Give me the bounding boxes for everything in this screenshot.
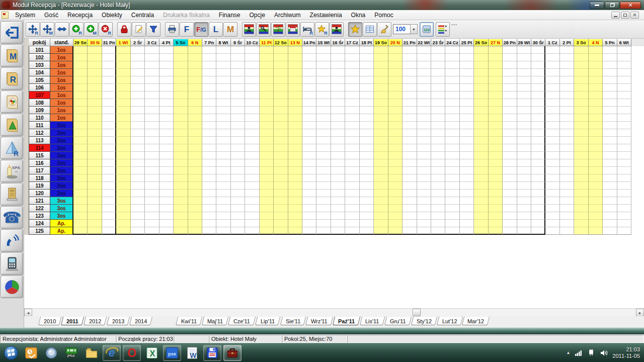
grid-cell[interactable] bbox=[288, 197, 302, 205]
grid-cell[interactable] bbox=[131, 212, 145, 220]
grid-cell[interactable] bbox=[102, 174, 116, 182]
grid-cell[interactable] bbox=[145, 190, 159, 197]
grid-cell[interactable] bbox=[302, 159, 316, 167]
grid-cell[interactable] bbox=[574, 197, 588, 205]
menu-zestawienia[interactable]: Zestawienia bbox=[305, 11, 347, 20]
grid-cell[interactable] bbox=[460, 84, 474, 92]
grid-cell[interactable] bbox=[574, 99, 588, 107]
grid-cell[interactable] bbox=[417, 182, 431, 190]
room-standard-cell[interactable]: 1os bbox=[50, 107, 73, 114]
grid-cell[interactable] bbox=[102, 144, 116, 152]
room-standard-cell[interactable]: 3os bbox=[50, 205, 73, 212]
grid-cell[interactable] bbox=[145, 99, 159, 107]
grid-cell[interactable] bbox=[603, 197, 617, 205]
grid-cell[interactable] bbox=[345, 54, 359, 61]
grid-cell[interactable] bbox=[88, 197, 102, 205]
grid-cell[interactable] bbox=[517, 152, 531, 159]
grid-cell[interactable] bbox=[403, 137, 417, 144]
grid-cell[interactable] bbox=[517, 144, 531, 152]
grid-cell[interactable] bbox=[145, 46, 159, 54]
grid-cell[interactable] bbox=[388, 205, 403, 212]
grid-cell[interactable] bbox=[231, 182, 245, 190]
grid-cell[interactable] bbox=[431, 137, 445, 144]
tab-month-gru-11[interactable]: Gru'11 bbox=[384, 317, 412, 325]
grid-cell[interactable] bbox=[460, 114, 474, 122]
grid-cell[interactable] bbox=[360, 92, 374, 99]
power-plug-icon[interactable] bbox=[587, 349, 595, 357]
grid-cell[interactable] bbox=[574, 190, 588, 197]
grid-cell[interactable] bbox=[202, 227, 216, 235]
grid-cell[interactable] bbox=[489, 159, 503, 167]
date-header[interactable]: 16 Śr bbox=[331, 39, 345, 46]
grid-cell[interactable] bbox=[231, 167, 245, 174]
grid-cell[interactable] bbox=[474, 197, 488, 205]
grid-cell[interactable] bbox=[360, 129, 374, 137]
grid-cell[interactable] bbox=[159, 227, 174, 235]
grid-cell[interactable] bbox=[73, 212, 88, 220]
add-guest-button[interactable]: M bbox=[84, 22, 98, 37]
grid-cell[interactable] bbox=[331, 159, 345, 167]
grid-cell[interactable] bbox=[360, 122, 374, 129]
grid-cell[interactable] bbox=[503, 99, 517, 107]
grid-cell[interactable] bbox=[116, 167, 130, 174]
grid-cell[interactable] bbox=[403, 99, 417, 107]
grid-cell[interactable] bbox=[603, 54, 617, 61]
grid-cell[interactable] bbox=[102, 76, 116, 84]
grid-cell[interactable] bbox=[231, 220, 245, 227]
grid-cell[interactable] bbox=[589, 46, 603, 54]
grid-cell[interactable] bbox=[288, 227, 302, 235]
grid-cell[interactable] bbox=[245, 144, 259, 152]
grid-cell[interactable] bbox=[102, 107, 116, 114]
grid-cell[interactable] bbox=[360, 54, 374, 61]
grid-cell[interactable] bbox=[574, 137, 588, 144]
grid-cell[interactable] bbox=[460, 174, 474, 182]
grid-cell[interactable] bbox=[102, 54, 116, 61]
grid-cell[interactable] bbox=[603, 152, 617, 159]
grid-cell[interactable] bbox=[531, 190, 545, 197]
grid-cell[interactable] bbox=[460, 152, 474, 159]
grid-cell[interactable] bbox=[302, 205, 316, 212]
grid-cell[interactable] bbox=[202, 144, 216, 152]
grid-cell[interactable] bbox=[102, 212, 116, 220]
grid-cell[interactable] bbox=[288, 84, 302, 92]
grid-cell[interactable] bbox=[374, 99, 388, 107]
grid-cell[interactable] bbox=[531, 46, 545, 54]
grid-cell[interactable] bbox=[159, 92, 174, 99]
grid-cell[interactable] bbox=[460, 122, 474, 129]
grid-cell[interactable] bbox=[288, 129, 302, 137]
grid-cell[interactable] bbox=[617, 220, 631, 227]
grid-cell[interactable] bbox=[360, 182, 374, 190]
grid-cell[interactable] bbox=[345, 227, 359, 235]
grid-cell[interactable] bbox=[345, 174, 359, 182]
grid-cell[interactable] bbox=[374, 122, 388, 129]
date-header[interactable]: 29 So bbox=[73, 39, 88, 46]
grid-cell[interactable] bbox=[260, 159, 274, 167]
grid-cell[interactable] bbox=[374, 159, 388, 167]
grid-cell[interactable] bbox=[545, 129, 559, 137]
grid-cell[interactable] bbox=[388, 46, 403, 54]
grid-cell[interactable] bbox=[331, 107, 345, 114]
grid-cell[interactable] bbox=[316, 137, 331, 144]
grid-cell[interactable] bbox=[431, 107, 445, 114]
grid-cell[interactable] bbox=[417, 152, 431, 159]
grid-cell[interactable] bbox=[316, 152, 331, 159]
room-standard-cell[interactable]: 2os bbox=[50, 137, 73, 144]
grid-cell[interactable] bbox=[374, 46, 388, 54]
grid-cell[interactable] bbox=[489, 76, 503, 84]
grid-cell[interactable] bbox=[245, 227, 259, 235]
grid-cell[interactable] bbox=[403, 174, 417, 182]
grid-cell[interactable] bbox=[88, 107, 102, 114]
grid-cell[interactable] bbox=[445, 174, 459, 182]
grid-cell[interactable] bbox=[517, 167, 531, 174]
grid-cell[interactable] bbox=[489, 182, 503, 190]
grid-cell[interactable] bbox=[145, 76, 159, 84]
date-header[interactable]: 5 Pn bbox=[603, 39, 617, 46]
grid-cell[interactable] bbox=[503, 92, 517, 99]
grid-cell[interactable] bbox=[560, 167, 574, 174]
grid-cell[interactable] bbox=[603, 61, 617, 69]
grid-cell[interactable] bbox=[274, 92, 288, 99]
grid-cell[interactable] bbox=[460, 76, 474, 84]
grid-cell[interactable] bbox=[360, 137, 374, 144]
grid-cell[interactable] bbox=[388, 220, 403, 227]
room-standard-cell[interactable]: 2os bbox=[50, 182, 73, 190]
